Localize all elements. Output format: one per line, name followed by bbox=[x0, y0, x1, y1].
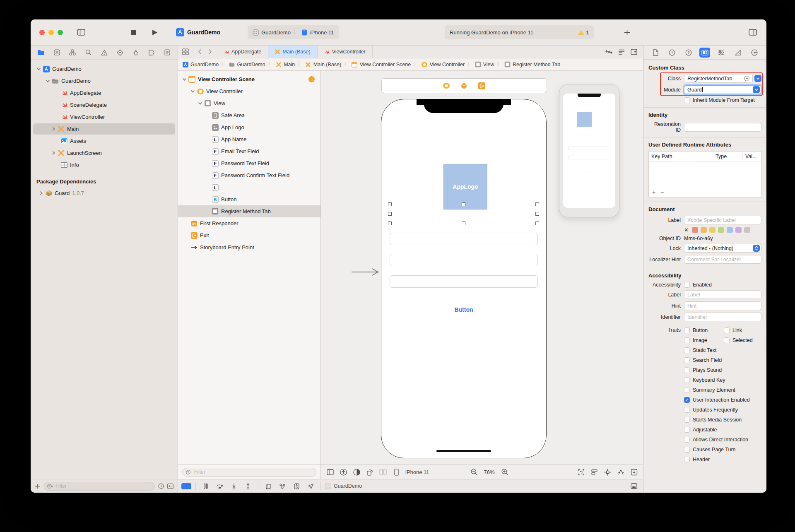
restoration-id-field[interactable] bbox=[684, 123, 761, 132]
tree-item-appdelegate[interactable]: AppDelegate bbox=[31, 87, 178, 99]
disclosure-down-icon[interactable] bbox=[36, 67, 41, 71]
runtime-attributes-table[interactable]: Key Path Type Val... + − bbox=[648, 151, 761, 197]
breadcrumb-register-method-tab[interactable]: Register Method Tab bbox=[504, 61, 560, 67]
selection-handle[interactable] bbox=[388, 221, 392, 225]
breadcrumb-main[interactable]: Main bbox=[275, 61, 295, 67]
source-control-filter-icon[interactable] bbox=[167, 484, 173, 489]
zoom-out-icon[interactable] bbox=[468, 467, 480, 477]
view-controller-dock-icon[interactable] bbox=[443, 83, 450, 89]
project-navigator-tab[interactable] bbox=[36, 50, 46, 55]
tab-main-base[interactable]: Main (Base) bbox=[268, 46, 317, 58]
checkbox[interactable] bbox=[684, 367, 690, 373]
color-swatch-red[interactable] bbox=[692, 227, 698, 233]
add-constraints-icon[interactable] bbox=[602, 467, 613, 477]
outline-item-first-responder[interactable]: 01 First Responder bbox=[178, 217, 320, 229]
trait-updates-frequently[interactable]: Updates Frequently bbox=[684, 405, 761, 415]
checkbox[interactable] bbox=[684, 327, 690, 333]
selection-handle[interactable] bbox=[388, 212, 392, 216]
tree-item-viewcontroller[interactable]: ViewController bbox=[31, 111, 178, 123]
step-out-icon[interactable] bbox=[242, 481, 254, 491]
tree-item-group[interactable]: GuardDemo bbox=[31, 75, 178, 87]
interface-builder-canvas[interactable]: AppLogo Button bbox=[321, 71, 643, 465]
step-over-icon[interactable] bbox=[214, 481, 226, 491]
first-responder-dock-icon[interactable] bbox=[460, 82, 467, 89]
trait-button[interactable]: Button bbox=[684, 325, 724, 335]
test-navigator-tab[interactable] bbox=[116, 49, 125, 56]
acc-hint-field[interactable]: Hint bbox=[684, 301, 761, 310]
selection-handle[interactable] bbox=[535, 221, 539, 225]
checkbox[interactable] bbox=[724, 337, 730, 343]
password-text-field[interactable] bbox=[390, 254, 538, 266]
appearance-toggle-icon[interactable] bbox=[351, 467, 362, 477]
stop-button[interactable] bbox=[127, 27, 140, 38]
password-confirm-text-field[interactable] bbox=[390, 275, 538, 288]
attributes-inspector-tab[interactable] bbox=[716, 48, 727, 58]
find-navigator-tab[interactable] bbox=[84, 49, 93, 55]
outline-item-view-controller[interactable]: View Controller bbox=[178, 85, 320, 97]
trait-search-field[interactable]: Search Field bbox=[684, 355, 761, 365]
selection-handle[interactable] bbox=[462, 202, 465, 206]
acc-identifier-field[interactable]: Identifier bbox=[684, 313, 761, 321]
trait-starts-media-session[interactable]: Starts Media Session bbox=[684, 415, 761, 425]
trait-keyboard-key[interactable]: Keyboard Key bbox=[684, 375, 761, 385]
acc-label-field[interactable]: Label bbox=[684, 290, 761, 299]
checkbox[interactable] bbox=[684, 447, 690, 453]
checkbox-checked[interactable] bbox=[684, 397, 690, 403]
tree-item-package-guard[interactable]: Guard 1.0.7 bbox=[31, 187, 178, 199]
new-tab-button[interactable] bbox=[621, 27, 633, 38]
scheme-selector[interactable]: GuardDemo 〉 iPhone 11 bbox=[248, 25, 339, 39]
breadcrumb-project[interactable]: GuardDemo bbox=[182, 61, 219, 67]
scene-connection-badge[interactable]: → bbox=[308, 76, 315, 82]
trait-image[interactable]: Image bbox=[684, 335, 724, 345]
file-inspector-tab[interactable] bbox=[650, 48, 661, 58]
inspector-toggle-icon[interactable] bbox=[747, 27, 759, 38]
breakpoints-toggle[interactable] bbox=[181, 483, 191, 489]
resolve-autolayout-icon[interactable] bbox=[615, 467, 626, 477]
orientation-icon[interactable] bbox=[364, 467, 376, 477]
breadcrumb-group[interactable]: GuardDemo bbox=[229, 61, 265, 67]
split-preview-icon[interactable] bbox=[377, 467, 389, 477]
outline-item-entry-point[interactable]: Storyboard Entry Point bbox=[178, 241, 320, 253]
selection-handle[interactable] bbox=[388, 202, 392, 206]
run-button[interactable] bbox=[149, 27, 161, 38]
color-swatch-yellow[interactable] bbox=[709, 227, 716, 233]
debug-app-name[interactable]: GuardDemo bbox=[334, 483, 362, 489]
tree-item-info[interactable]: Info bbox=[31, 159, 178, 171]
outline-toggle-icon[interactable] bbox=[324, 467, 336, 477]
add-editor-icon[interactable] bbox=[631, 49, 637, 55]
tree-item-main-selected[interactable]: Main bbox=[31, 123, 178, 135]
simulate-location-icon[interactable] bbox=[305, 481, 316, 491]
outline-item-unnamed-label[interactable]: L bbox=[178, 181, 320, 193]
exit-dock-icon[interactable] bbox=[478, 82, 485, 89]
outline-item-view[interactable]: View bbox=[178, 97, 320, 109]
outline-item-password-confirm-field[interactable]: F Password Confirm Text Field bbox=[178, 169, 320, 181]
debug-navigator-tab[interactable] bbox=[131, 49, 140, 56]
tab-appdelegate[interactable]: AppDelegate bbox=[217, 46, 268, 58]
disclosure-down-icon[interactable] bbox=[190, 89, 195, 94]
zoom-level[interactable]: 76% bbox=[484, 469, 495, 475]
help-inspector-tab[interactable]: ? bbox=[683, 48, 694, 58]
applogo-image-view[interactable]: AppLogo bbox=[443, 164, 487, 209]
device-preview-thumbnail[interactable]: — bbox=[559, 84, 619, 217]
selection-handle[interactable] bbox=[462, 221, 465, 225]
localizer-hint-field[interactable]: Comment For Localizer bbox=[684, 255, 761, 264]
outline-item-app-name[interactable]: L App Name bbox=[178, 133, 320, 145]
navigator-toggle-icon[interactable] bbox=[75, 27, 87, 38]
go-back-icon[interactable] bbox=[198, 49, 202, 55]
checkbox[interactable] bbox=[684, 387, 690, 393]
recent-files-filter-icon[interactable] bbox=[158, 483, 164, 489]
navigator-filter-input[interactable]: Filter bbox=[43, 482, 155, 491]
report-navigator-tab[interactable] bbox=[163, 49, 172, 55]
issue-navigator-tab[interactable] bbox=[100, 50, 109, 55]
trait-adjustable[interactable]: Adjustable bbox=[684, 425, 761, 435]
accessibility-preview-icon[interactable] bbox=[337, 467, 349, 477]
disclosure-down-icon[interactable] bbox=[46, 79, 50, 83]
close-window-button[interactable] bbox=[39, 30, 45, 35]
add-attribute-button[interactable]: + bbox=[652, 189, 655, 195]
tree-item-launchscreen[interactable]: LaunchScreen bbox=[31, 147, 178, 159]
go-forward-icon[interactable] bbox=[208, 49, 212, 55]
source-control-navigator-tab[interactable] bbox=[52, 49, 61, 55]
embed-in-icon[interactable] bbox=[628, 467, 640, 477]
activity-viewer[interactable]: Running GuardDemo on iPhone 11 1 bbox=[445, 25, 594, 39]
module-dropdown-button[interactable] bbox=[753, 86, 760, 93]
